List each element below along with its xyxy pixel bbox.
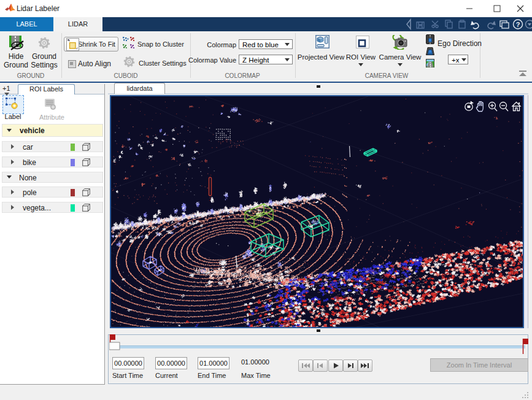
svg-text:?: ?: [516, 21, 520, 28]
